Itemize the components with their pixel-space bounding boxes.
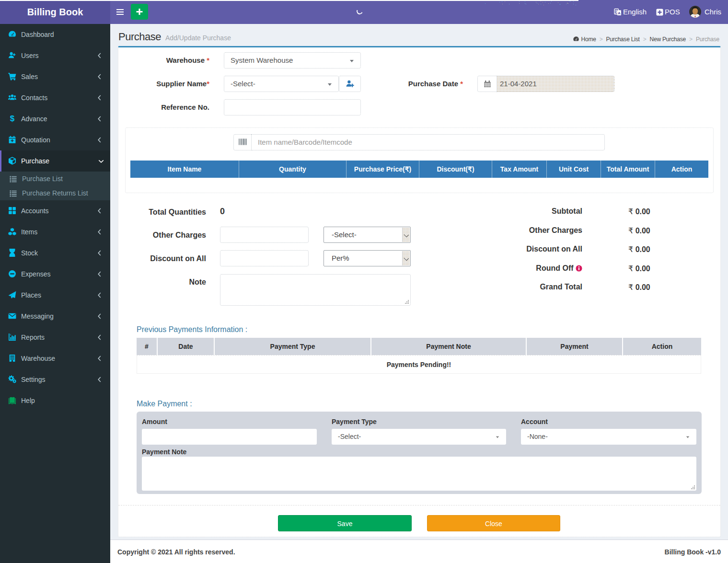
svg-text:$: $ <box>10 115 15 123</box>
svg-text:A: A <box>618 11 621 15</box>
